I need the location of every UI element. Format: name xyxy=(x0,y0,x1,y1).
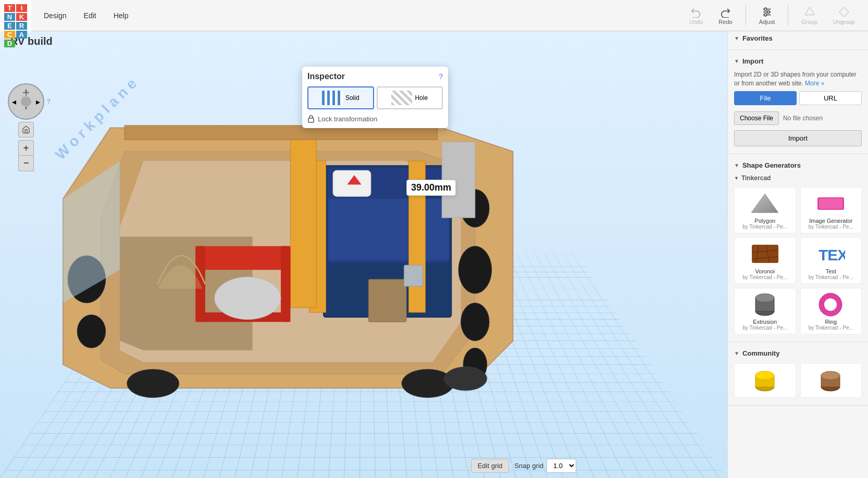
dimension-depth: 39.00mm xyxy=(406,180,456,196)
voronoi-thumb xyxy=(749,241,780,267)
inspector-tabs: Solid Hole xyxy=(307,86,443,109)
zoom-out-btn[interactable]: − xyxy=(18,156,34,171)
zoom-in-btn[interactable]: + xyxy=(18,140,34,156)
shape-generators-label: Shape Generators xyxy=(742,161,801,169)
solid-stripes xyxy=(322,91,343,105)
edit-grid-button[interactable]: Edit grid xyxy=(471,459,510,473)
community-shape-2[interactable] xyxy=(800,363,862,398)
svg-point-27 xyxy=(461,303,490,341)
favorites-label: Favorites xyxy=(742,34,773,42)
snap-select[interactable]: 1.0 0.5 0.1 2.0 xyxy=(547,459,576,473)
import-file-row: Choose File No file chosen xyxy=(728,109,868,127)
lock-label: Lock transformation xyxy=(318,115,377,123)
undo-button[interactable]: Undo xyxy=(684,4,708,27)
shape-image-generator[interactable]: Image Generator by Tinkercad - Pe... xyxy=(800,187,862,233)
shape-grid-tinkercad: Polygon by Tinkercad - Pe... Image Gener… xyxy=(728,184,868,337)
shape-generators-section: ▼ Shape Generators ▼ Tinkercad xyxy=(728,154,868,342)
image-gen-author: by Tinkercad - Pe... xyxy=(809,224,853,230)
voronoi-name: Voronoi xyxy=(755,268,775,274)
tinkercad-label: Tinkercad xyxy=(741,174,771,182)
inspector-lock[interactable]: Lock transformation xyxy=(307,115,443,123)
svg-point-4 xyxy=(767,10,770,13)
inspector-header: Inspector ? xyxy=(307,72,443,81)
svg-rect-20 xyxy=(195,246,290,270)
tinkercad-subsection[interactable]: ▼ Tinkercad xyxy=(728,172,868,184)
community-shape-1-thumb xyxy=(749,367,780,393)
hole-diagonal xyxy=(391,91,412,105)
svg-point-25 xyxy=(77,315,106,348)
inspector-help[interactable]: ? xyxy=(439,72,443,81)
community-section: ▼ Community xyxy=(728,342,868,406)
ring-name: Ring xyxy=(825,319,837,325)
svg-text:TEXT: TEXT xyxy=(819,246,845,263)
polygon-name: Polygon xyxy=(754,218,775,224)
svg-point-32 xyxy=(444,367,487,391)
svg-marker-40 xyxy=(25,89,27,92)
extrusion-name: Extrusion xyxy=(753,319,777,325)
import-header[interactable]: ▼ Import xyxy=(728,54,868,68)
logo-c: C xyxy=(4,31,15,39)
nav-compass[interactable]: ◂ ▸ xyxy=(8,83,44,120)
community-label: Community xyxy=(742,349,780,357)
menubar: T I N K E R C A D Design Edit Help Undo xyxy=(0,0,868,31)
inspector-tab-hole[interactable]: Hole xyxy=(377,86,443,109)
import-tab-file[interactable]: File xyxy=(734,91,797,105)
import-more-link[interactable]: More » xyxy=(805,80,824,87)
svg-rect-16 xyxy=(328,199,449,260)
import-tab-url[interactable]: URL xyxy=(799,91,862,105)
menu-edit[interactable]: Edit xyxy=(77,7,104,24)
shape-polygon[interactable]: Polygon by Tinkercad - Pe... xyxy=(734,187,796,233)
favorites-header[interactable]: ▼ Favorites xyxy=(728,31,868,45)
import-label: Import xyxy=(742,57,763,65)
logo-d: D xyxy=(4,40,15,47)
shape-text[interactable]: TEXT Text by Tinkercad - Pe... xyxy=(800,237,862,284)
svg-rect-22 xyxy=(281,246,290,322)
logo[interactable]: T I N K E R C A D xyxy=(0,0,31,31)
zoom-buttons: + − xyxy=(18,140,51,171)
svg-point-3 xyxy=(764,8,767,10)
group-button[interactable]: Group xyxy=(796,4,823,27)
svg-point-23 xyxy=(215,277,281,320)
svg-marker-6 xyxy=(804,7,814,15)
menu-design[interactable]: Design xyxy=(36,7,74,24)
svg-point-64 xyxy=(755,294,774,302)
logo-n: N xyxy=(4,13,15,21)
logo-a: A xyxy=(16,31,27,39)
tinkercad-arrow: ▼ xyxy=(734,175,739,181)
viewport[interactable]: Workplane xyxy=(0,31,727,478)
polygon-author: by Tinkercad - Pe... xyxy=(742,224,787,230)
shape-extrusion[interactable]: Extrusion by Tinkercad - Pe... xyxy=(734,288,796,334)
shape-ring[interactable]: Ring by Tinkercad - Pe... xyxy=(800,288,862,334)
community-header[interactable]: ▼ Community xyxy=(728,346,868,360)
shape-generators-header[interactable]: ▼ Shape Generators xyxy=(728,158,868,172)
text-shape-name: Text xyxy=(826,268,836,274)
hole-label: Hole xyxy=(415,94,428,102)
inspector-tab-solid[interactable]: Solid xyxy=(307,86,374,109)
snap-grid: Snap grid 1.0 0.5 0.1 2.0 xyxy=(514,459,576,473)
ungroup-button[interactable]: Ungroup xyxy=(828,4,860,27)
redo-button[interactable]: Redo xyxy=(713,4,737,27)
menu-items: Design Edit Help xyxy=(31,7,136,24)
import-button[interactable]: Import xyxy=(734,130,862,146)
ring-author: by Tinkercad - Pe... xyxy=(809,325,853,331)
image-gen-name: Image Generator xyxy=(809,218,852,224)
community-shape-1[interactable] xyxy=(734,363,796,398)
svg-marker-41 xyxy=(25,107,27,110)
logo-t: T xyxy=(4,4,15,12)
svg-rect-39 xyxy=(404,265,423,286)
ring-thumb xyxy=(815,292,847,318)
svg-rect-35 xyxy=(368,279,406,322)
logo-r: R xyxy=(16,22,27,30)
import-description: Import 2D or 3D shapes from your compute… xyxy=(728,68,868,91)
choose-file-button[interactable]: Choose File xyxy=(734,111,779,125)
menu-help[interactable]: Help xyxy=(106,7,136,24)
svg-point-5 xyxy=(764,14,767,16)
home-btn[interactable] xyxy=(18,122,34,137)
inspector-panel: Inspector ? Solid Hole Lock transformati… xyxy=(302,67,448,128)
toolbar-sep-1 xyxy=(746,5,746,26)
shape-voronoi[interactable]: Voronoi by Tinkercad - Pe... xyxy=(734,237,796,284)
import-section: ▼ Import Import 2D or 3D shapes from you… xyxy=(728,50,868,154)
adjust-button[interactable]: Adjust xyxy=(754,4,780,27)
svg-marker-53 xyxy=(752,194,778,212)
rv-model xyxy=(16,47,537,422)
